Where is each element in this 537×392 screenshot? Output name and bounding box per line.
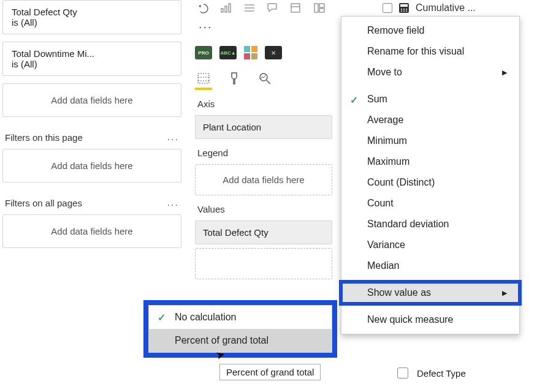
svg-rect-11 — [198, 74, 209, 83]
filters-page-header: Filters on this page ... — [2, 129, 181, 149]
add-page-filter-dropzone[interactable]: Add data fields here — [2, 149, 181, 183]
viz-toolbar — [195, 0, 332, 18]
filter-card-total-defect-qty[interactable]: Total Defect Qty is (All) — [2, 0, 181, 34]
menu-agg-median[interactable]: Median — [341, 255, 519, 276]
svg-rect-1 — [225, 6, 227, 12]
chart-icon[interactable] — [218, 1, 234, 15]
custom-visuals-row: PRO ABC▲ ✕ — [195, 42, 332, 70]
axis-label: Axis — [195, 90, 332, 115]
submenu-percent-grand-total[interactable]: Percent of grand total — [149, 329, 332, 352]
panel-icon[interactable] — [288, 1, 304, 15]
svg-point-23 — [406, 10, 407, 12]
section-label: Filters on this page — [5, 132, 83, 143]
analytics-tab-icon[interactable] — [256, 72, 273, 90]
menu-agg-count-distinct[interactable]: Count (Distinct) — [341, 172, 519, 193]
comment-icon[interactable] — [265, 1, 281, 15]
more-icon[interactable]: ... — [167, 132, 179, 143]
add-visual-filter-dropzone[interactable]: Add data fields here — [2, 83, 181, 117]
legend-field-well[interactable]: Add data fields here — [195, 164, 332, 195]
fields-tab-icon[interactable] — [195, 72, 212, 90]
more-icon[interactable]: ... — [167, 197, 179, 208]
filter-name: Total Defect Qty — [12, 7, 172, 17]
values-label: Values — [195, 195, 332, 221]
layout-icon[interactable] — [311, 1, 327, 15]
svg-point-22 — [403, 10, 405, 12]
svg-rect-17 — [400, 4, 408, 7]
svg-rect-0 — [221, 9, 223, 12]
visualizations-panel: ··· PRO ABC▲ ✕ Axis Plant Location Legen… — [195, 0, 332, 279]
x-visual-icon[interactable]: ✕ — [265, 46, 282, 59]
values-field-value: Total Defect Qty — [203, 227, 268, 238]
pane-tabs — [195, 70, 332, 90]
menu-show-value-as[interactable]: Show value as▶ — [341, 282, 519, 303]
section-label: Filters on all pages — [5, 198, 82, 208]
format-tab-icon[interactable] — [226, 72, 243, 90]
svg-line-15 — [267, 80, 270, 84]
values-field-well[interactable]: Total Defect Qty — [195, 221, 332, 244]
filter-state: is (All) — [12, 17, 172, 28]
grid-visual-icon[interactable] — [244, 46, 257, 59]
field-context-menu: Remove field Rename for this visual Move… — [341, 16, 520, 334]
svg-rect-10 — [319, 9, 324, 12]
menu-remove-field[interactable]: Remove field — [341, 20, 519, 41]
axis-field-value: Plant Location — [203, 122, 261, 132]
menu-agg-count[interactable]: Count — [341, 193, 519, 214]
submenu-no-calculation[interactable]: ✓No calculation — [149, 306, 332, 329]
menu-agg-stddev[interactable]: Standard deviation — [341, 214, 519, 235]
field-list-item-defect-type[interactable]: Defect Type — [397, 368, 466, 379]
menu-agg-maximum[interactable]: Maximum — [341, 151, 519, 172]
svg-rect-9 — [319, 4, 324, 7]
svg-rect-6 — [291, 4, 300, 12]
undo-icon[interactable] — [195, 1, 211, 15]
checkmark-icon: ✓ — [350, 94, 358, 106]
filters-all-header: Filters on all pages ... — [2, 195, 181, 214]
chevron-right-icon: ▶ — [502, 69, 507, 77]
svg-point-19 — [403, 9, 405, 10]
axis-field-well[interactable]: Plant Location — [195, 115, 332, 139]
svg-point-18 — [401, 9, 402, 10]
checkmark-icon: ✓ — [158, 312, 166, 323]
svg-rect-8 — [314, 4, 318, 12]
abc-visual-icon[interactable]: ABC▲ — [219, 46, 237, 59]
show-value-as-submenu: ✓No calculation Percent of grand total — [148, 305, 332, 353]
list-icon[interactable] — [242, 1, 257, 15]
legend-label: Legend — [195, 139, 332, 164]
filter-state: is (All) — [12, 59, 172, 69]
menu-agg-variance[interactable]: Variance — [341, 235, 519, 255]
filter-name: Total Downtime Mi... — [12, 48, 172, 59]
field-label: Defect Type — [417, 368, 466, 379]
svg-point-14 — [260, 74, 267, 81]
filter-card-total-downtime[interactable]: Total Downtime Mi... is (All) — [2, 42, 181, 76]
more-viz-icon[interactable]: ··· — [195, 18, 332, 42]
menu-agg-sum[interactable]: ✓Sum — [341, 89, 519, 110]
menu-agg-average[interactable]: Average — [341, 110, 519, 130]
calculator-icon — [398, 2, 409, 13]
menu-move-to[interactable]: Move to▶ — [341, 62, 519, 83]
menu-agg-minimum[interactable]: Minimum — [341, 130, 519, 151]
svg-point-21 — [401, 10, 402, 12]
field-checkbox[interactable] — [397, 368, 408, 379]
tooltip: Percent of grand total — [219, 364, 321, 380]
menu-rename-visual[interactable]: Rename for this visual — [341, 41, 519, 62]
field-header: Cumulative ... — [383, 2, 476, 13]
add-all-filter-dropzone[interactable]: Add data fields here — [2, 214, 181, 248]
svg-rect-2 — [229, 4, 230, 12]
menu-new-quick-measure[interactable]: New quick measure — [341, 309, 519, 330]
pro-visual-icon[interactable]: PRO — [195, 46, 212, 59]
chevron-right-icon: ▶ — [502, 289, 507, 297]
tooltip-field-well[interactable] — [195, 248, 332, 279]
svg-point-20 — [406, 9, 407, 10]
field-checkbox[interactable] — [383, 3, 392, 13]
filters-panel: Total Defect Qty is (All) Total Downtime… — [2, 0, 181, 260]
field-header-label: Cumulative ... — [416, 2, 476, 13]
